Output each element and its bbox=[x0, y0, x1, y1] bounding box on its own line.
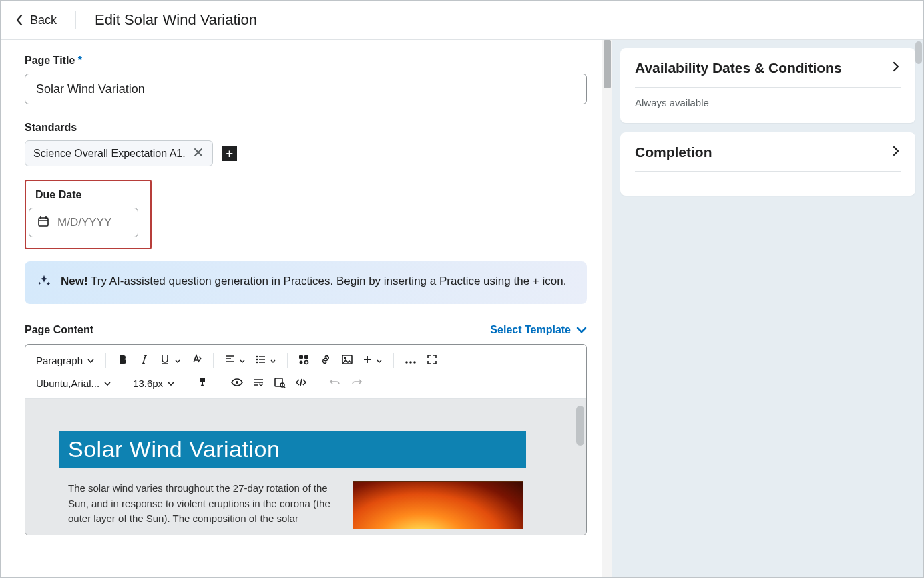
ai-banner-text: New! Try AI-assisted question generation… bbox=[61, 272, 566, 290]
toolbar-separator bbox=[287, 353, 288, 368]
main-scrollbar-thumb[interactable] bbox=[604, 40, 611, 88]
align-button[interactable] bbox=[220, 350, 250, 370]
editor-toolbar: Paragraph bbox=[25, 345, 586, 399]
underline-button[interactable] bbox=[156, 350, 185, 370]
font-size-label: 13.6px bbox=[133, 378, 163, 389]
fullscreen-icon bbox=[427, 354, 437, 367]
bold-icon bbox=[118, 354, 128, 367]
completion-card: Completion bbox=[620, 132, 915, 196]
page-content-label: Page Content bbox=[25, 324, 93, 336]
align-left-icon bbox=[224, 355, 235, 366]
toolbar-separator bbox=[318, 376, 318, 390]
preview-button[interactable] bbox=[270, 373, 290, 393]
calendar-icon bbox=[37, 215, 49, 230]
ai-banner-bold: New! bbox=[61, 275, 88, 287]
editor-scrollbar[interactable] bbox=[576, 406, 584, 446]
card-divider bbox=[635, 171, 901, 172]
close-icon bbox=[194, 148, 203, 159]
underline-icon bbox=[160, 354, 170, 367]
fullscreen-button[interactable] bbox=[422, 350, 442, 370]
toolbar-separator bbox=[186, 376, 186, 390]
svg-point-6 bbox=[300, 360, 303, 364]
redo-button[interactable] bbox=[346, 373, 367, 393]
select-template-button[interactable]: Select Template bbox=[490, 324, 587, 336]
more-actions-button[interactable] bbox=[401, 350, 421, 370]
editor-canvas[interactable]: Solar Wind Variation The solar wind vari… bbox=[25, 399, 586, 535]
eye-icon bbox=[231, 378, 243, 389]
font-family-label: Ubuntu,Arial... bbox=[36, 378, 99, 389]
link-button[interactable] bbox=[316, 350, 336, 370]
plus-icon bbox=[363, 355, 372, 366]
header-divider bbox=[75, 11, 76, 29]
standards-chip-label: Science Overall Expectation A1. bbox=[33, 148, 186, 160]
due-date-label: Due Date bbox=[35, 189, 138, 201]
format-painter-button[interactable] bbox=[193, 373, 213, 393]
side-scrollbar-thumb[interactable] bbox=[915, 41, 922, 64]
code-icon bbox=[295, 378, 307, 389]
remove-chip-button[interactable] bbox=[192, 146, 204, 160]
page-title-field: Page Title * bbox=[25, 55, 592, 104]
ai-banner: New! Try AI-assisted question generation… bbox=[25, 261, 587, 304]
due-date-input[interactable] bbox=[56, 215, 130, 230]
block-format-label: Paragraph bbox=[36, 355, 83, 366]
insert-stuff-icon bbox=[298, 354, 310, 367]
page-title-label: Page Title bbox=[25, 55, 75, 66]
availability-title: Availability Dates & Conditions bbox=[635, 60, 842, 76]
word-count-button[interactable] bbox=[248, 373, 268, 393]
chevron-down-icon bbox=[576, 326, 587, 334]
availability-card: Availability Dates & Conditions Always a… bbox=[620, 48, 915, 123]
toolbar-separator bbox=[213, 353, 214, 368]
chevron-down-icon bbox=[87, 355, 95, 366]
back-label: Back bbox=[30, 13, 57, 27]
chevron-right-icon bbox=[891, 144, 901, 160]
svg-point-9 bbox=[344, 357, 346, 359]
add-standard-button[interactable]: + bbox=[222, 146, 237, 161]
required-mark: * bbox=[78, 55, 82, 66]
svg-point-3 bbox=[256, 361, 258, 363]
text-color-button[interactable] bbox=[186, 350, 206, 370]
ai-banner-body: Try AI-assisted question generation in P… bbox=[88, 275, 567, 287]
source-code-button[interactable] bbox=[291, 373, 311, 393]
svg-rect-4 bbox=[299, 355, 303, 359]
accessibility-button[interactable] bbox=[227, 373, 247, 393]
insert-stuff-button[interactable] bbox=[294, 350, 314, 370]
due-date-field: Due Date bbox=[25, 180, 152, 249]
list-button[interactable] bbox=[251, 350, 280, 370]
format-painter-icon bbox=[197, 377, 209, 390]
link-icon bbox=[320, 354, 332, 367]
image-button[interactable] bbox=[337, 350, 357, 370]
main-scrollbar[interactable] bbox=[602, 40, 612, 577]
svg-point-12 bbox=[413, 361, 416, 364]
svg-rect-5 bbox=[304, 355, 308, 359]
sparkle-icon bbox=[37, 273, 51, 293]
chevron-down-icon bbox=[167, 378, 175, 389]
more-icon bbox=[405, 355, 417, 366]
page-title-input[interactable] bbox=[25, 74, 587, 104]
standards-field: Standards Science Overall Expectation A1… bbox=[25, 122, 592, 166]
card-divider bbox=[635, 87, 901, 88]
bold-button[interactable] bbox=[113, 350, 133, 370]
undo-button[interactable] bbox=[325, 373, 345, 393]
toolbar-separator bbox=[220, 376, 220, 390]
toolbar-separator bbox=[393, 353, 394, 368]
standards-chip[interactable]: Science Overall Expectation A1. bbox=[25, 140, 213, 166]
insert-more-button[interactable] bbox=[359, 350, 387, 370]
back-button[interactable]: Back bbox=[15, 11, 57, 30]
standards-label: Standards bbox=[25, 122, 592, 134]
main-pane: Page Title * Standards Science Overall E… bbox=[1, 39, 612, 577]
font-family-select[interactable]: Ubuntu,Arial... bbox=[32, 373, 116, 393]
completion-header[interactable]: Completion bbox=[635, 144, 901, 160]
chevron-down-icon bbox=[174, 355, 181, 366]
availability-header[interactable]: Availability Dates & Conditions bbox=[635, 60, 901, 76]
due-date-input-wrap[interactable] bbox=[29, 208, 138, 237]
font-size-select[interactable]: 13.6px bbox=[129, 373, 179, 393]
text-color-icon bbox=[190, 354, 202, 367]
block-format-select[interactable]: Paragraph bbox=[32, 350, 99, 370]
select-template-label: Select Template bbox=[490, 324, 571, 336]
chevron-down-icon bbox=[239, 355, 246, 366]
italic-button[interactable] bbox=[134, 350, 154, 370]
doc-image-sun bbox=[353, 481, 523, 529]
doc-paragraph: The solar wind varies throughout the 27-… bbox=[68, 481, 335, 529]
redo-icon bbox=[351, 378, 363, 389]
page-title: Edit Solar Wind Variation bbox=[95, 11, 257, 29]
